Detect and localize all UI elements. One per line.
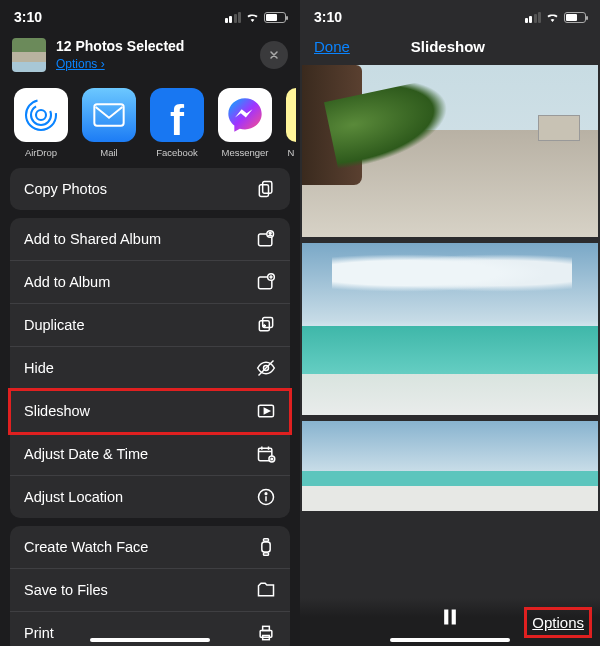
action-watch-face[interactable]: Create Watch Face <box>10 526 290 569</box>
app-messenger[interactable]: Messenger <box>218 88 272 158</box>
svg-point-8 <box>269 232 271 234</box>
play-rect-icon <box>256 401 276 421</box>
messenger-icon <box>218 88 272 142</box>
action-label: Slideshow <box>24 403 90 419</box>
slide-image <box>302 243 598 415</box>
done-button[interactable]: Done <box>314 38 350 55</box>
action-label: Adjust Date & Time <box>24 446 148 462</box>
pause-button[interactable] <box>440 607 460 631</box>
pause-icon <box>440 607 460 627</box>
action-adjust-location[interactable]: Adjust Location <box>10 476 290 518</box>
app-mail[interactable]: Mail <box>82 88 136 158</box>
action-hide[interactable]: Hide <box>10 347 290 390</box>
slideshow-pane: 3:10 Done Slideshow Options <box>300 0 600 646</box>
actions-list: Copy Photos Add to Shared Album Add to A… <box>0 168 300 646</box>
folder-icon <box>256 580 276 600</box>
info-icon <box>256 487 276 507</box>
home-indicator <box>390 638 510 642</box>
svg-point-0 <box>36 110 46 120</box>
airdrop-icon <box>14 88 68 142</box>
svg-point-21 <box>271 458 273 460</box>
close-button[interactable] <box>260 41 288 69</box>
app-label: Messenger <box>218 147 272 158</box>
svg-rect-27 <box>264 553 269 556</box>
status-icons <box>525 11 587 23</box>
slideshow-header: Done Slideshow <box>300 28 600 65</box>
action-group: Add to Shared Album Add to Album Duplica… <box>10 218 290 518</box>
slideshow-preview <box>300 65 600 511</box>
battery-icon <box>564 12 586 23</box>
action-label: Add to Album <box>24 274 110 290</box>
action-label: Add to Shared Album <box>24 231 161 247</box>
svg-rect-31 <box>444 610 448 625</box>
print-icon <box>256 623 276 643</box>
svg-rect-25 <box>262 542 270 552</box>
hide-icon <box>256 358 276 378</box>
duplicate-icon <box>256 315 276 335</box>
status-time: 3:10 <box>14 9 42 25</box>
action-label: Duplicate <box>24 317 84 333</box>
action-group: Create Watch Face Save to Files Print <box>10 526 290 646</box>
copy-icon <box>256 179 276 199</box>
app-label: AirDrop <box>14 147 68 158</box>
home-indicator <box>90 638 210 642</box>
slide-image <box>302 421 598 511</box>
mail-icon <box>82 88 136 142</box>
action-group: Copy Photos <box>10 168 290 210</box>
action-label: Save to Files <box>24 582 108 598</box>
facebook-icon: f <box>150 88 204 142</box>
svg-rect-32 <box>452 610 456 625</box>
slideshow-options-button[interactable]: Options <box>528 611 588 634</box>
wifi-icon <box>245 11 260 23</box>
action-slideshow[interactable]: Slideshow <box>10 390 290 433</box>
sheet-title: 12 Photos Selected <box>56 38 250 54</box>
svg-rect-4 <box>263 182 272 194</box>
sheet-options-link[interactable]: Options › <box>56 57 105 71</box>
action-duplicate[interactable]: Duplicate <box>10 304 290 347</box>
status-bar: 3:10 <box>300 0 600 28</box>
action-label: Hide <box>24 360 54 376</box>
app-label: Mail <box>82 147 136 158</box>
status-icons <box>225 11 287 23</box>
svg-rect-29 <box>263 626 270 630</box>
wifi-icon <box>545 11 560 23</box>
cell-signal-icon <box>225 12 242 23</box>
album-add-icon <box>256 272 276 292</box>
status-bar: 3:10 <box>0 0 300 28</box>
svg-point-24 <box>265 493 267 495</box>
notes-icon <box>286 88 296 142</box>
shared-album-icon <box>256 229 276 249</box>
sheet-header: 12 Photos Selected Options › <box>0 28 300 86</box>
action-copy-photos[interactable]: Copy Photos <box>10 168 290 210</box>
action-label: Create Watch Face <box>24 539 148 555</box>
app-notes-cut[interactable]: N <box>286 88 296 158</box>
watch-icon <box>256 537 276 557</box>
share-sheet-pane: 3:10 12 Photos Selected Options › AirDro… <box>0 0 300 646</box>
action-label: Print <box>24 625 54 641</box>
action-adjust-date[interactable]: Adjust Date & Time <box>10 433 290 476</box>
slide-image <box>302 65 598 237</box>
app-airdrop[interactable]: AirDrop <box>14 88 68 158</box>
action-label: Adjust Location <box>24 489 123 505</box>
close-icon <box>268 49 280 61</box>
cell-signal-icon <box>525 12 542 23</box>
share-apps-row: AirDrop Mail f Facebook Messenger N <box>0 86 300 168</box>
action-save-files[interactable]: Save to Files <box>10 569 290 612</box>
app-label: N <box>286 147 296 158</box>
action-shared-album[interactable]: Add to Shared Album <box>10 218 290 261</box>
calendar-icon <box>256 444 276 464</box>
action-label: Copy Photos <box>24 181 107 197</box>
battery-icon <box>264 12 286 23</box>
svg-rect-26 <box>264 539 269 542</box>
svg-point-1 <box>31 105 51 125</box>
action-add-album[interactable]: Add to Album <box>10 261 290 304</box>
slideshow-title: Slideshow <box>411 38 485 55</box>
svg-rect-5 <box>259 185 268 197</box>
svg-rect-3 <box>94 104 123 125</box>
status-time: 3:10 <box>314 9 342 25</box>
selection-thumbnail <box>12 38 46 72</box>
app-facebook[interactable]: f Facebook <box>150 88 204 158</box>
